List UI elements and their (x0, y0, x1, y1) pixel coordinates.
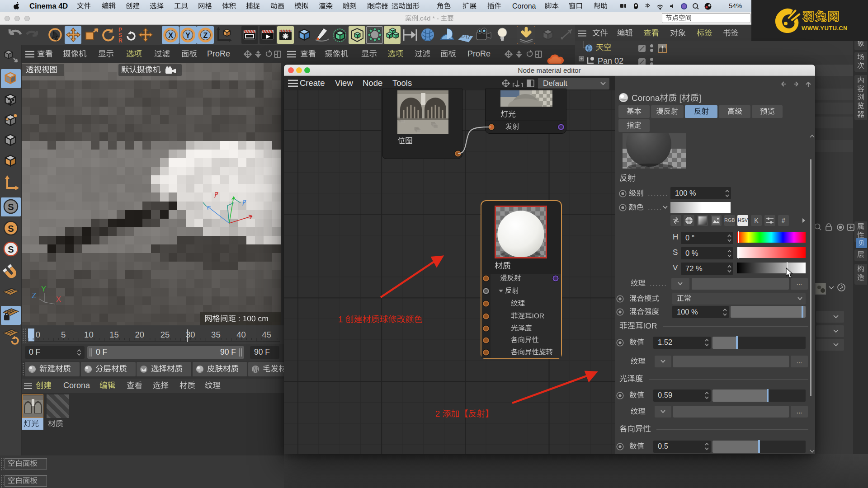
svg-text:X: X (168, 32, 173, 39)
svg-text:S: S (8, 224, 14, 234)
svg-text:S: S (8, 244, 14, 254)
svg-text:R: R (118, 38, 123, 44)
svg-text:S: S (8, 202, 14, 212)
svg-text:Y: Y (41, 285, 46, 293)
svg-text:X: X (56, 295, 61, 303)
svg-text:Z: Z (32, 291, 36, 300)
svg-text:Z: Z (203, 32, 208, 39)
svg-text:Y: Y (185, 32, 190, 39)
